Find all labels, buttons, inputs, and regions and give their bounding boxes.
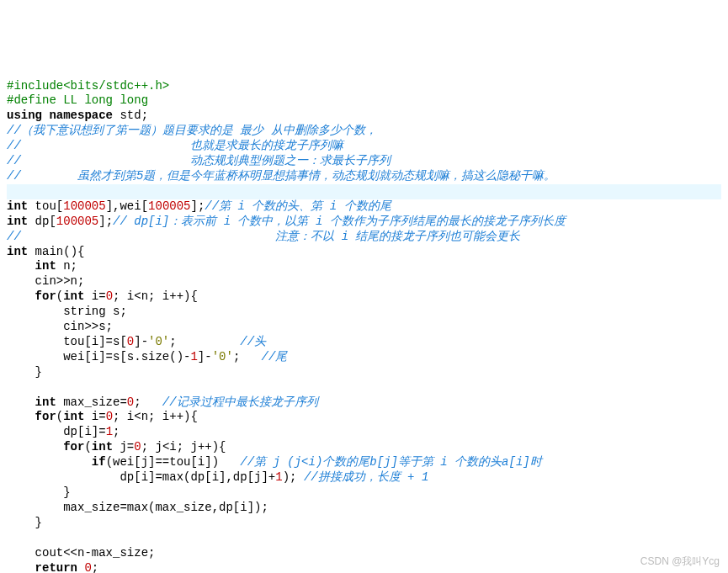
- line-for-read: for(int i=0; i<n; i++){: [7, 289, 198, 303]
- watermark: CSDN @我叫Ycg: [640, 555, 720, 568]
- blank-line: [7, 531, 13, 544]
- line-cout: cout<<n-max_size;: [7, 546, 155, 560]
- preproc-define: #define LL long long: [7, 93, 148, 107]
- line-cin-s: cin>>s;: [7, 320, 113, 333]
- line-for-inner: for(int j=0; j<i; j++){: [7, 440, 226, 454]
- comment: // 注意：不以 i 结尾的接龙子序列也可能会更长: [7, 230, 520, 243]
- line-dp-init: dp[i]=1;: [7, 425, 120, 438]
- line-wei: wei[i]=s[s.size()-1]-'0'; //尾: [7, 350, 287, 363]
- line-maxsize: int max_size=0; //记录过程中最长接龙子序列: [7, 395, 318, 409]
- line-maxsize-update: max_size=max(max_size,dp[i]);: [7, 501, 268, 514]
- preproc-include: #include<bits/stdc++.h>: [7, 79, 169, 93]
- line-dp-max: dp[i]=max(dp[i],dp[j]+1); //拼接成功，长度 + 1: [7, 470, 428, 484]
- line-decl-dp: int dp[100005];// dp[i]：表示前 i 个数中，以第 i 个…: [7, 215, 566, 228]
- line-main-open: int main(){: [7, 245, 84, 258]
- highlighted-blank-line: [7, 184, 721, 199]
- comment: //（我下意识想到了第一题）题目要求的是 最少 从中删除多少个数，: [7, 124, 377, 137]
- line-cin-n: cin>>n;: [7, 274, 84, 288]
- line-decl-n: int n;: [7, 259, 77, 273]
- line-return: return 0;: [7, 561, 98, 573]
- line-decl-s: string s;: [7, 305, 127, 318]
- code-block: #include<bits/stdc++.h> #define LL long …: [0, 61, 728, 573]
- line-decl-tou-wei: int tou[100005],wei[100005];//第 i 个数的头、第…: [7, 199, 391, 213]
- line-close-brace: }: [7, 485, 71, 499]
- comment: // 也就是求最长的接龙子序列嘛: [7, 139, 343, 152]
- line-for-dp: for(int i=0; i<n; i++){: [7, 410, 198, 423]
- comment: // 动态规划典型例题之一：求最长子序列: [7, 154, 391, 167]
- line-close-brace: }: [7, 365, 42, 379]
- line-using: using namespace std;: [7, 109, 148, 122]
- comment: // 虽然才到第5题，但是今年蓝桥杯明显想搞事情，动态规划就动态规划嘛，搞这么隐…: [7, 169, 555, 183]
- line-tou: tou[i]=s[0]-'0'; //头: [7, 335, 266, 348]
- line-if: if(wei[j]==tou[i]) //第 j (j<i)个数的尾b[j]等于…: [7, 455, 542, 469]
- blank-line: [7, 380, 13, 394]
- line-close-brace: }: [7, 516, 42, 529]
